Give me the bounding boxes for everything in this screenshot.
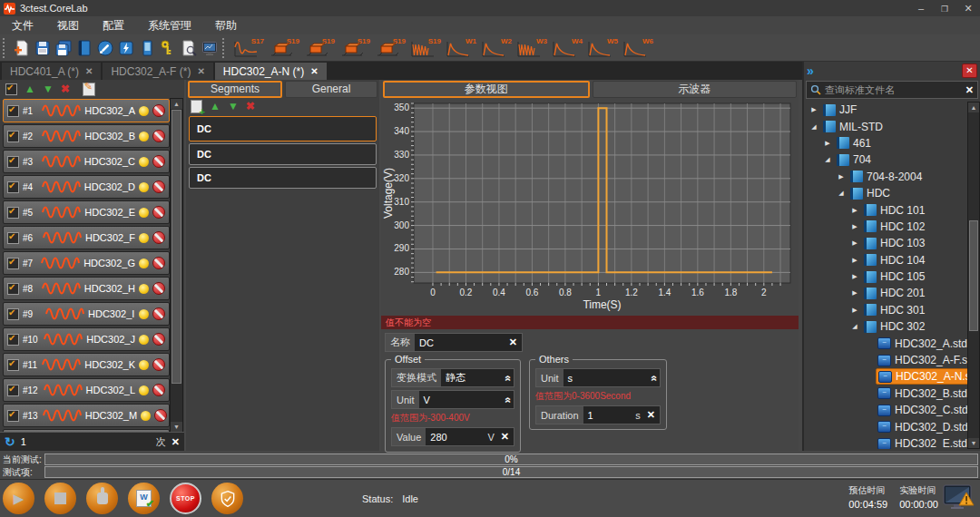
channel-row[interactable]: #13 HDC302_M xyxy=(3,404,170,427)
view-tab[interactable]: 示波器 xyxy=(593,81,798,98)
no-entry-icon[interactable] xyxy=(152,180,165,193)
tree-item[interactable]: HDC302_C.std xyxy=(804,402,968,418)
value-clear-icon[interactable] xyxy=(496,431,514,443)
tree-item[interactable]: MIL-STD xyxy=(804,118,968,134)
no-entry-icon[interactable] xyxy=(152,358,165,371)
value-field[interactable]: Value 280 V xyxy=(391,427,514,446)
tree-item[interactable]: 704 xyxy=(804,151,968,168)
no-entry-icon[interactable] xyxy=(154,409,167,422)
tree-expander-icon[interactable] xyxy=(850,307,859,314)
tree-item[interactable]: HDC 103 xyxy=(804,235,968,251)
no-entry-icon[interactable] xyxy=(152,333,165,346)
close-panel-icon[interactable] xyxy=(962,63,977,78)
save-icon[interactable] xyxy=(33,38,52,57)
stop-button[interactable] xyxy=(44,483,76,514)
channel-checkbox[interactable] xyxy=(7,258,19,269)
document-tab[interactable]: HDC401_A (*) xyxy=(2,63,101,80)
segment-item[interactable]: DC xyxy=(189,143,377,165)
no-entry-icon[interactable] xyxy=(152,155,165,168)
search-clear-icon[interactable] xyxy=(965,84,974,96)
tree-item[interactable]: HDC302_B.std xyxy=(804,385,968,402)
channel-scrollbar[interactable]: ▲ ▼ xyxy=(170,98,183,433)
channel-checkbox[interactable] xyxy=(7,156,19,168)
channel-row[interactable]: #5 HDC302_E xyxy=(3,200,170,224)
expand-chevron-icon[interactable] xyxy=(503,395,515,405)
minimize-button[interactable] xyxy=(909,1,933,15)
scroll-up-icon[interactable]: ▲ xyxy=(171,99,182,109)
move-up-icon[interactable] xyxy=(24,83,35,94)
tree-item[interactable]: HDC302_A-F.std xyxy=(804,352,968,368)
tree-item[interactable]: HDC302_A.std xyxy=(804,335,968,351)
segment-item[interactable]: DC xyxy=(189,167,377,189)
no-entry-icon[interactable] xyxy=(152,257,165,269)
waveform-standard-button[interactable]: W6 xyxy=(621,36,654,60)
no-entry-icon[interactable] xyxy=(152,282,165,295)
scrollbar-thumb[interactable] xyxy=(172,110,181,384)
offset-unit-field[interactable]: Unit V xyxy=(391,390,514,409)
tree-item[interactable]: HDC302_A-N.std xyxy=(804,368,968,385)
collapse-panel-icon[interactable] xyxy=(807,63,814,78)
key-icon[interactable] xyxy=(158,38,177,57)
menu-item[interactable]: 视图 xyxy=(45,18,91,34)
segments-tab[interactable]: General xyxy=(285,81,377,98)
report-preview-icon[interactable] xyxy=(179,38,198,57)
waveform-standard-button[interactable]: W2 xyxy=(479,36,513,60)
tree-expander-icon[interactable] xyxy=(850,223,859,230)
channel-row[interactable]: #3 HDC302_C xyxy=(3,150,170,173)
no-entry-icon[interactable] xyxy=(152,130,165,142)
edit-icon[interactable] xyxy=(83,83,95,96)
channel-checkbox[interactable] xyxy=(7,385,19,396)
tree-expander-icon[interactable] xyxy=(823,156,832,163)
tree-scroll-down-icon[interactable]: ▼ xyxy=(968,438,979,448)
tree-expander-icon[interactable] xyxy=(850,323,859,330)
channel-checkbox[interactable] xyxy=(7,105,19,117)
tree-expander-icon[interactable] xyxy=(850,257,859,264)
tree-item[interactable]: HDC 102 xyxy=(804,219,968,235)
name-field-value[interactable]: DC xyxy=(415,337,505,348)
add-segment-icon[interactable] xyxy=(191,100,202,113)
restore-button[interactable] xyxy=(933,1,956,15)
channel-checkbox[interactable] xyxy=(7,181,19,193)
mode-value[interactable]: 静态 xyxy=(441,371,504,385)
channel-row[interactable]: #8 HDC302_H xyxy=(3,277,170,300)
bulb-icon[interactable] xyxy=(139,258,149,268)
tree-expander-icon[interactable] xyxy=(809,123,818,131)
tree-item[interactable]: HDC 101 xyxy=(804,201,968,218)
check-all-icon[interactable] xyxy=(5,83,17,95)
channel-row[interactable]: #12 HDC302_L xyxy=(3,378,170,402)
no-entry-icon[interactable] xyxy=(152,384,165,396)
tree-item[interactable]: HDC 201 xyxy=(804,285,968,301)
name-clear-icon[interactable] xyxy=(505,337,522,348)
tree-item[interactable]: HDC302_D.std xyxy=(804,418,968,434)
mode-field[interactable]: 变换模式 静态 xyxy=(391,368,514,387)
waveform-standard-button[interactable]: S19 xyxy=(373,36,407,60)
run-button[interactable] xyxy=(3,483,34,514)
new-file-icon[interactable] xyxy=(12,38,31,57)
bulb-icon[interactable] xyxy=(139,106,149,116)
bulb-icon[interactable] xyxy=(139,182,149,192)
search-placeholder[interactable]: 查询标准文件名 xyxy=(825,83,962,97)
menu-item[interactable]: 帮助 xyxy=(203,18,249,34)
move-down-icon[interactable] xyxy=(43,83,54,94)
waveform-standard-button[interactable]: S19 xyxy=(408,36,442,60)
channel-row[interactable]: #4 HDC302_D xyxy=(3,175,170,199)
tree-expander-icon[interactable] xyxy=(850,239,859,247)
bulb-icon[interactable] xyxy=(139,335,149,345)
tree-item[interactable]: 461 xyxy=(804,135,968,151)
channel-checkbox[interactable] xyxy=(7,410,19,422)
tree-item[interactable]: HDC xyxy=(804,185,968,201)
bulb-icon[interactable] xyxy=(139,309,149,319)
channel-row[interactable]: #10 HDC302_J xyxy=(3,327,170,351)
tree-scroll-up-icon[interactable]: ▲ xyxy=(968,102,979,112)
tree-item[interactable]: 704-8-2004 xyxy=(804,169,968,185)
view-tab[interactable]: 参数视图 xyxy=(383,81,590,98)
no-entry-icon[interactable] xyxy=(152,307,165,320)
device-icon[interactable] xyxy=(137,38,156,57)
bulb-icon[interactable] xyxy=(139,360,149,370)
tree-expander-icon[interactable] xyxy=(837,190,846,197)
delete-icon[interactable] xyxy=(61,83,70,94)
channel-checkbox[interactable] xyxy=(7,359,19,371)
bulb-icon[interactable] xyxy=(139,385,149,395)
waveform-standard-button[interactable]: S19 xyxy=(338,36,371,60)
segment-down-icon[interactable] xyxy=(228,101,239,112)
